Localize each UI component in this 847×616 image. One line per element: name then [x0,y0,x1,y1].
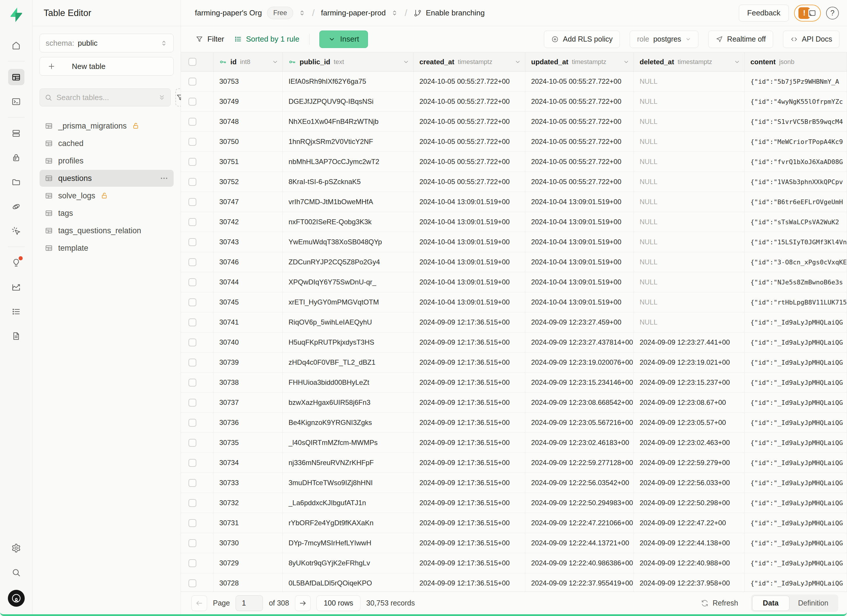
cell-deleted-at[interactable]: 2024-09-09 12:23:19.021+00 [634,352,745,372]
cell-updated-at[interactable]: 2024-09-09 12:23:27.459+00 [525,312,634,332]
cell-id[interactable]: 30732 [214,493,283,513]
row-checkbox[interactable] [189,399,196,407]
new-table-button[interactable]: New table [40,57,174,76]
cell-content[interactable]: {"id":"_Id9aLyJpMHQLaiQG [745,453,847,473]
cell-content[interactable]: {"id":"_Id9aLyJpMHQLaiQG [745,533,847,553]
cell-public-id[interactable]: nxFT002ISeRE-Qobg3K3k [283,212,414,232]
cell-deleted-at[interactable]: NULL [634,72,745,91]
cell-content[interactable]: {"id":"_Id9aLyJpMHQLaiQG [745,332,847,352]
cell-created-at[interactable]: 2024-10-04 13:09:01.519+00 [414,292,525,312]
row-checkbox[interactable] [189,439,196,447]
cell-created-at[interactable]: 2024-09-09 12:17:36.515+00 [414,533,525,553]
cell-public-id[interactable]: XPQwDIqY6Y75SwDnU-qr_ [283,272,414,292]
user-avatar[interactable] [8,590,25,607]
cell-content[interactable]: {"id":"NJe5s8ZmBwnoB6e3s [745,272,847,292]
cell-deleted-at[interactable]: 2024-09-09 12:23:08.67+00 [634,393,745,413]
page-number-input[interactable] [236,595,263,611]
cell-updated-at[interactable]: 2024-09-09 12:23:15.234146+00 [525,373,634,392]
cell-public-id[interactable]: rYbORF2e4YgDt9fKAXaKn [283,513,414,533]
cell-id[interactable]: 30745 [214,292,283,312]
cell-id[interactable]: 30742 [214,212,283,232]
cell-content[interactable]: {"id":"S1vrVC5BrB59wqcM4 [745,112,847,131]
cell-public-id[interactable]: NhXEo1Xw04FnB4RzWTNjb [283,112,414,131]
tab-data[interactable]: Data [752,595,789,611]
cell-public-id[interactable]: 8yUKotr9qGYjK2eFRhgLv [283,553,414,573]
cell-updated-at[interactable]: 2024-10-04 13:09:01.519+00 [525,232,634,252]
cell-deleted-at[interactable]: NULL [634,91,745,111]
cell-content[interactable]: {"id":"_Id9aLyJpMHQLaiQG [745,413,847,432]
cell-content[interactable]: {"id":"_Id9aLyJpMHQLaiQG [745,373,847,392]
sidebar-table-item-cached[interactable]: cached [40,135,174,152]
row-checkbox[interactable] [189,298,196,306]
cell-public-id[interactable]: FHHUioa3bidd00BHyLeZt [283,373,414,392]
cell-deleted-at[interactable]: NULL [634,132,745,152]
cell-created-at[interactable]: 2024-09-09 12:17:36.515+00 [414,553,525,573]
cell-public-id[interactable]: 1hnRQjxSRm2V0VticY2NF [283,132,414,152]
cell-updated-at[interactable]: 2024-09-09 12:22:40.986386+00 [525,553,634,573]
cell-deleted-at[interactable]: NULL [634,292,745,312]
sidebar-table-item-tags_questions_relation[interactable]: tags_questions_relation [40,222,174,239]
cell-deleted-at[interactable]: NULL [634,192,745,212]
cell-deleted-at[interactable]: 2024-09-09 12:22:47.22+00 [634,513,745,533]
cell-content[interactable]: {"id":"_Id9aLyJpMHQLaiQG [745,493,847,513]
cell-updated-at[interactable]: 2024-09-09 12:22:50.294983+00 [525,493,634,513]
sort-button[interactable]: Sorted by 1 rule [234,35,300,44]
cell-deleted-at[interactable]: NULL [634,212,745,232]
cell-id[interactable]: 30739 [214,352,283,372]
cell-id[interactable]: 30750 [214,132,283,152]
cell-public-id[interactable]: RiqOV6p_5wihLeIAEQyhU [283,312,414,332]
cell-id[interactable]: 30747 [214,192,283,212]
cell-created-at[interactable]: 2024-09-09 12:17:36.515+00 [414,393,525,413]
cell-public-id[interactable]: IEfA0sRh9hIXf62Y6ga75 [283,72,414,91]
cell-deleted-at[interactable]: 2024-09-09 12:22:50.298+00 [634,493,745,513]
cell-updated-at[interactable]: 2024-10-05 00:55:27.722+00 [525,172,634,192]
cell-created-at[interactable]: 2024-10-04 13:09:01.519+00 [414,192,525,212]
chevron-down-icon[interactable] [403,59,409,65]
cell-deleted-at[interactable]: 2024-09-09 12:23:15.237+00 [634,373,745,392]
nav-logs-button[interactable] [8,304,24,320]
cell-deleted-at[interactable]: NULL [634,312,745,332]
cell-content[interactable]: {"id":"_Id9aLyJpMHQLaiQG [745,573,847,592]
cell-id[interactable]: 30736 [214,413,283,432]
cell-public-id[interactable]: vrIh7CMD-JtM1bOweMHfA [283,192,414,212]
table-row[interactable]: 30750 1hnRQjxSRm2V0VticY2NF 2024-10-05 0… [181,132,847,152]
cell-id[interactable]: 30735 [214,433,283,452]
cell-deleted-at[interactable]: NULL [634,232,745,252]
nav-sql-editor-button[interactable] [8,93,24,110]
table-row[interactable]: 30728 0L5BAfDaLDl5rQOiqeKPO 2024-09-09 1… [181,573,847,592]
cell-updated-at[interactable]: 2024-10-05 00:55:27.722+00 [525,152,634,172]
nav-realtime-button[interactable] [8,223,24,239]
cell-deleted-at[interactable]: 2024-09-09 12:23:05.57+00 [634,413,745,432]
cell-created-at[interactable]: 2024-10-04 13:09:01.519+00 [414,212,525,232]
cell-updated-at[interactable]: 2024-09-09 12:23:05.567216+00 [525,413,634,432]
cell-id[interactable]: 30743 [214,232,283,252]
cell-public-id[interactable]: bzwXazHgax6UIR58j6Fn3 [283,393,414,413]
refresh-button[interactable]: Refresh [701,599,738,607]
table-row[interactable]: 30733 3muDHTceTWso9IZj8hHNI 2024-09-09 1… [181,473,847,493]
row-checkbox[interactable] [189,78,196,85]
cell-id[interactable]: 30734 [214,453,283,473]
row-checkbox[interactable] [189,539,196,547]
cell-deleted-at[interactable]: 2024-09-09 12:22:37.958+00 [634,573,745,592]
cell-deleted-at[interactable]: 2024-09-09 12:23:02.463+00 [634,433,745,452]
table-row[interactable]: 30745 xrETl_HyGY0mPMGVqtOTM 2024-10-04 1… [181,292,847,312]
role-select-button[interactable]: role postgres [630,31,698,48]
row-checkbox[interactable] [189,579,196,587]
row-checkbox[interactable] [189,459,196,467]
cell-created-at[interactable]: 2024-09-09 12:17:36.515+00 [414,573,525,592]
search-tables-box[interactable] [40,88,171,106]
chevrons-up-down-icon[interactable] [391,9,398,16]
breadcrumb-org-name[interactable]: farming-paper's Org [195,9,262,18]
table-row[interactable]: 30743 YwEmuWdqT38XoSB048QYp 2024-10-04 1… [181,232,847,252]
sidebar-table-item-_prisma_migrations[interactable]: _prisma_migrations [40,118,174,134]
help-button[interactable]: ? [826,7,839,19]
cell-updated-at[interactable]: 2024-10-05 00:55:27.722+00 [525,112,634,131]
table-row[interactable]: 30748 NhXEo1Xw04FnB4RzWTNjb 2024-10-05 0… [181,112,847,132]
cell-updated-at[interactable]: 2024-10-04 13:09:01.519+00 [525,272,634,292]
cell-content[interactable]: {"id":"sTsWaLCPsVA2WuK2 [745,212,847,232]
table-row[interactable]: 30735 _l40sQIRTmMZfcm-MWMPs 2024-09-09 1… [181,433,847,453]
cell-public-id[interactable]: 0L5BAfDaLDl5rQOiqeKPO [283,573,414,592]
cell-public-id[interactable]: nbMhHL3AP7OcCJymc2wT2 [283,152,414,172]
cell-id[interactable]: 30751 [214,152,283,172]
row-checkbox[interactable] [189,98,196,106]
